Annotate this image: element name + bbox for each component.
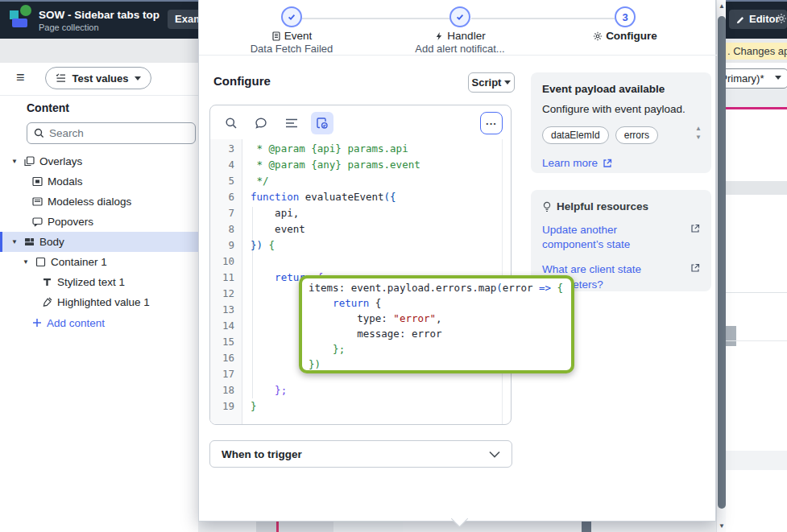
highlight-callout: items: event.payload.errors.map(error =>… <box>299 275 574 373</box>
content-heading: Content <box>27 101 69 114</box>
divider <box>199 55 717 56</box>
expand-caret-icon[interactable]: ▼ <box>11 238 19 245</box>
expand-caret-icon[interactable]: ▼ <box>11 158 19 165</box>
step-label-text: Event <box>284 30 313 42</box>
changes-banner: . Changes app <box>726 43 787 60</box>
step-label-text: Handler <box>447 30 485 42</box>
scroll-down-arrow[interactable]: ▼ <box>717 522 727 530</box>
external-link-icon <box>603 159 612 168</box>
selected-indicator <box>0 232 2 252</box>
tree-item-label: Container 1 <box>51 256 107 268</box>
resource-link[interactable]: Update another component’s state <box>542 223 700 252</box>
app-logo <box>10 5 39 34</box>
selection-outline-line <box>276 522 279 532</box>
external-link-icon <box>690 224 700 252</box>
line-number: 3 <box>212 141 234 157</box>
step-configure[interactable]: 3Configure <box>565 6 686 42</box>
page-scrollbar[interactable]: ▲ ▼ <box>716 0 726 532</box>
tree-item-stylized-text-1[interactable]: Stylized text 1 <box>0 272 198 292</box>
arrow-down-icon[interactable]: ▼ <box>695 134 702 141</box>
highlighted-code-line: message: error <box>309 326 571 341</box>
line-number: 10 <box>212 254 234 270</box>
tree-item-container-1[interactable]: ▼Container 1 <box>0 252 198 272</box>
learn-more-label: Learn more <box>542 157 598 169</box>
left-sidebar: ≡ Test values Content ▼OverlaysModalsMod… <box>0 63 198 532</box>
code-editor[interactable]: ... 345678910111213141516171819 * @param… <box>209 105 512 425</box>
search-icon <box>34 128 44 138</box>
payload-chip[interactable]: errors <box>615 126 658 144</box>
payload-chip[interactable]: dataElemId <box>542 126 609 144</box>
chip-scroll-arrows[interactable]: ▲▼ <box>695 126 702 141</box>
container-icon <box>35 257 46 267</box>
tree-item-label: Highlighted value 1 <box>57 296 150 308</box>
divider <box>0 95 198 96</box>
example-button[interactable]: Examp <box>168 10 198 29</box>
canvas-gray-strip <box>726 181 787 195</box>
test-values-dropdown[interactable]: Test values <box>45 67 151 89</box>
code-line: }) { <box>251 237 275 254</box>
hamburger-menu-icon[interactable]: ≡ <box>16 69 25 86</box>
when-to-trigger-expander[interactable]: When to trigger <box>209 440 512 468</box>
logo-blue-rect <box>12 19 27 27</box>
line-number: 7 <box>212 205 234 221</box>
plus-icon <box>32 318 42 328</box>
line-number: 15 <box>212 334 234 350</box>
editor-search-icon[interactable] <box>220 112 242 134</box>
event-icon <box>271 31 281 41</box>
step-label: Handler <box>396 30 524 42</box>
chevron-down-icon <box>775 76 781 80</box>
script-check-icon[interactable] <box>311 112 333 134</box>
canvas-gray-box <box>726 326 736 346</box>
tree-item-label: Body <box>39 236 64 248</box>
code-line: * @param {any} params.event <box>251 157 420 173</box>
comment-icon[interactable] <box>250 112 272 134</box>
align-left-icon[interactable] <box>280 112 303 134</box>
code-line: }; <box>251 382 287 398</box>
tree-item-highlighted-value-1[interactable]: Highlighted value 1 <box>0 292 198 312</box>
primary-dropdown[interactable]: (Primary)* <box>726 68 787 89</box>
tree-item-overlays[interactable]: ▼Overlays <box>0 151 198 171</box>
screen: SOW - Sidebar tabs top Page collection E… <box>0 0 787 532</box>
code-line: api, <box>251 205 299 221</box>
chevron-down-icon <box>135 76 141 80</box>
resources-card-title: Helpful resources <box>542 200 700 212</box>
script-dropdown-button[interactable]: Script <box>468 72 515 93</box>
more-options-button[interactable]: ... <box>480 112 503 134</box>
tree-item-label: Add content <box>47 317 105 329</box>
payload-card-title: Event payload available <box>542 83 700 95</box>
scroll-up-arrow[interactable]: ▲ <box>717 2 727 10</box>
line-number: 6 <box>212 189 234 205</box>
tree-item-label: Stylized text 1 <box>57 276 125 288</box>
tree-item-modals[interactable]: Modals <box>0 171 198 192</box>
chevron-down-icon <box>504 80 511 85</box>
search-input[interactable] <box>49 127 188 139</box>
resources-card-title-label: Helpful resources <box>557 200 648 212</box>
highlighted-code-line: }) <box>309 357 571 372</box>
highlighted-code-line: return { <box>309 295 571 311</box>
overlays-icon <box>24 156 35 167</box>
line-number: 16 <box>212 350 234 366</box>
app-subtitle: Page collection <box>39 23 99 32</box>
add-content-button[interactable]: Add content <box>0 312 198 333</box>
learn-more-link[interactable]: Learn more <box>542 157 700 169</box>
arrow-up-icon[interactable]: ▲ <box>695 126 702 132</box>
expand-caret-icon[interactable]: ▼ <box>23 258 31 266</box>
settings-gear-icon[interactable] <box>776 13 787 24</box>
configure-section-title: Configure <box>213 74 271 88</box>
highlighted-code-line: items: event.payload.errors.map(error =>… <box>309 280 571 295</box>
line-number: 4 <box>212 157 234 173</box>
scrollbar-thumb[interactable] <box>718 16 726 509</box>
step-handler[interactable]: HandlerAdd alert notificat... <box>396 6 524 55</box>
tree-item-modeless-dialogs[interactable]: Modeless dialogs <box>0 192 198 212</box>
tree-item-label: Modeless dialogs <box>48 196 131 208</box>
line-number: 11 <box>212 270 234 286</box>
search-box[interactable] <box>27 122 196 144</box>
editor-button-label: Editor <box>749 10 780 29</box>
tree-item-popovers[interactable]: Popovers <box>0 212 198 232</box>
step-event[interactable]: EventData Fetch Failed <box>231 6 352 55</box>
tree-item-body[interactable]: ▼Body <box>0 232 198 252</box>
window-top-edge <box>0 0 198 2</box>
line-number: 19 <box>212 398 234 414</box>
code-line: * @param {api} params.api <box>251 141 408 157</box>
step-sublabel: Add alert notificat... <box>396 43 524 55</box>
